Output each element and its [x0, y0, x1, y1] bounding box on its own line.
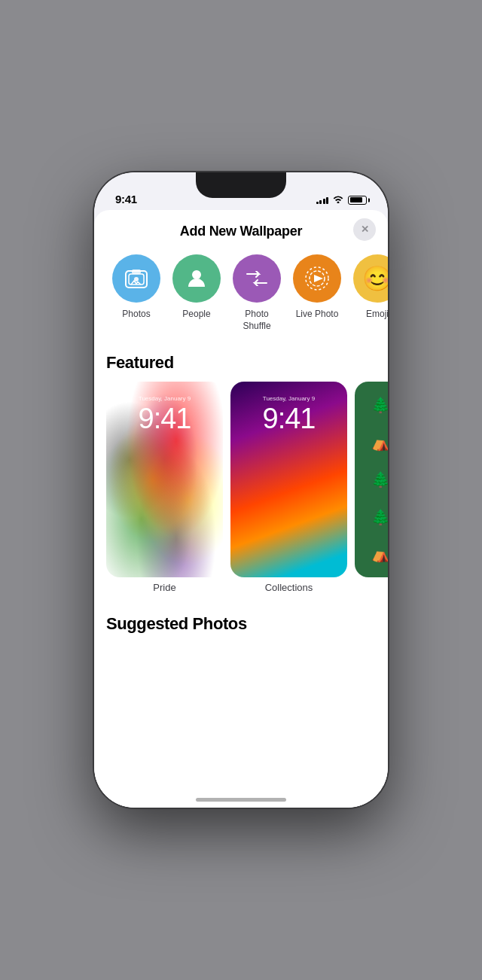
signal-bar-4	[326, 197, 328, 204]
wallpaper-option-photo-shuffle[interactable]: Photo Shuffle	[227, 254, 287, 332]
wallpaper-options-row: Photos People	[94, 248, 388, 347]
status-time: 9:41	[115, 193, 137, 205]
collections-time: Tuesday, January 9	[230, 395, 347, 402]
photos-icon-bg	[112, 254, 160, 303]
emoji-icon-bg: 😊	[353, 254, 388, 303]
wallpaper-preview-emoji[interactable]: 🌲 ⛺ 🥾 🌲 ⛺ 🌲 🥾 ⛺ 🌲 ⛺ 🥾	[355, 382, 388, 577]
battery-icon	[348, 196, 367, 205]
wallpaper-option-emoji[interactable]: 😊 Emoji	[347, 254, 388, 332]
wallpaper-preview-pride[interactable]: Tuesday, January 9 9:41	[106, 382, 223, 577]
live-photo-icon-bg	[293, 254, 341, 303]
wallpaper-option-photos[interactable]: Photos	[106, 254, 166, 332]
emoji-wall-clock: 9:41	[355, 403, 388, 435]
wallpaper-option-live-photo[interactable]: Live Photo	[287, 254, 347, 332]
sheet-title: Add New Wallpaper	[180, 224, 302, 239]
emoji-wall-name: Emoji	[355, 582, 388, 593]
signal-bar-1	[316, 202, 319, 204]
wallpaper-preview-collections[interactable]: Tuesday, January 9 9:41	[230, 382, 347, 577]
bottom-sheet[interactable]: Add New Wallpaper ✕	[94, 210, 388, 808]
featured-section-header: Featured	[94, 347, 388, 382]
bottom-padding	[94, 658, 388, 703]
wallpaper-card-pride[interactable]: Tuesday, January 9 9:41 Pride	[106, 382, 223, 593]
photo-shuffle-label: Photo Shuffle	[243, 309, 270, 332]
sheet-header: Add New Wallpaper ✕	[94, 210, 388, 248]
battery-fill	[350, 197, 362, 202]
svg-marker-7	[314, 275, 323, 282]
close-icon: ✕	[361, 224, 369, 234]
phone-frame: 9:41	[94, 172, 388, 808]
home-indicator	[196, 798, 286, 802]
photos-label: Photos	[122, 309, 150, 321]
svg-rect-2	[132, 269, 141, 274]
signal-bars-icon	[316, 196, 329, 204]
wifi-icon	[332, 194, 344, 205]
emoji-face: 😊	[362, 264, 388, 293]
people-label: People	[182, 309, 210, 321]
notch	[196, 172, 286, 198]
collections-name: Collections	[230, 582, 347, 593]
suggested-section-header: Suggested Photos	[94, 608, 388, 643]
wallpaper-card-collections[interactable]: Tuesday, January 9 9:41 Collections	[230, 382, 347, 593]
status-icons	[316, 194, 368, 205]
pride-time: Tuesday, January 9	[106, 395, 223, 402]
content-area: Add New Wallpaper ✕	[94, 210, 388, 808]
live-photo-label: Live Photo	[296, 309, 339, 321]
signal-bar-2	[319, 200, 322, 204]
close-button[interactable]: ✕	[353, 218, 376, 241]
collections-clock: 9:41	[230, 403, 347, 435]
photo-shuffle-icon-bg	[233, 254, 281, 303]
people-icon-bg	[172, 254, 221, 303]
svg-point-4	[192, 270, 201, 279]
wallpaper-option-people[interactable]: People	[166, 254, 227, 332]
suggested-grid: 9:41 Tuesday, January 9 9:41 Tuesday, Ja…	[94, 643, 388, 658]
wallpaper-card-emoji[interactable]: 🌲 ⛺ 🥾 🌲 ⛺ 🌲 🥾 ⛺ 🌲 ⛺ 🥾	[355, 382, 388, 593]
featured-grid: Tuesday, January 9 9:41 Pride Tuesday, J…	[94, 382, 388, 608]
signal-bar-3	[323, 199, 325, 204]
pride-name: Pride	[106, 582, 223, 593]
pride-clock: 9:41	[106, 403, 223, 435]
phone-screen: 9:41	[94, 172, 388, 808]
emoji-option-label: Emoji	[366, 309, 388, 321]
